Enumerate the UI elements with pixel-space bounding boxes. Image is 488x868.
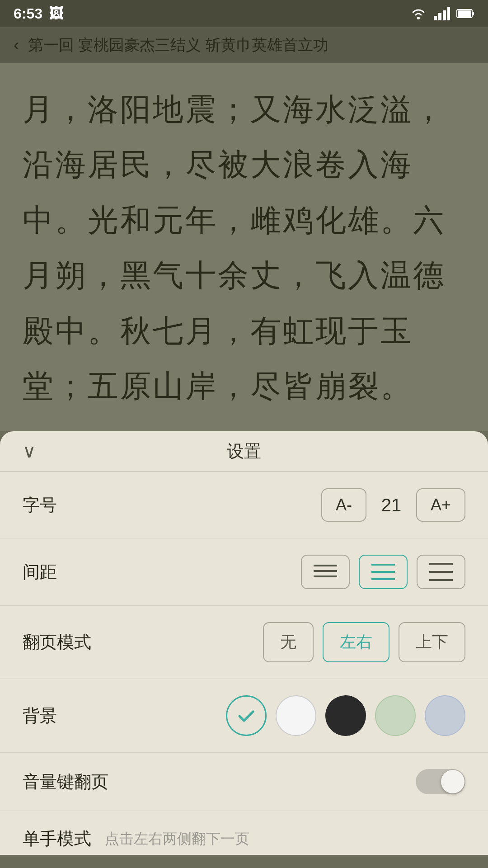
svg-rect-1 bbox=[434, 16, 437, 20]
reader-text: 月，洛阳地震；又海水泛溢，沿海居民，尽被大浪卷入海中。光和元年，雌鸡化雄。六月朔… bbox=[23, 81, 465, 413]
page-mode-none-button[interactable]: 无 bbox=[263, 622, 314, 662]
page-mode-ud-button[interactable]: 上下 bbox=[399, 622, 465, 662]
spacing-medium-button[interactable] bbox=[359, 555, 408, 589]
font-decrease-button[interactable]: A- bbox=[321, 488, 366, 522]
font-size-label: 字号 bbox=[23, 494, 57, 517]
svg-rect-7 bbox=[458, 10, 471, 17]
status-bar: 6:53 🖼 bbox=[0, 0, 488, 27]
spacing-loose-button[interactable] bbox=[417, 555, 465, 589]
svg-rect-3 bbox=[443, 10, 446, 20]
single-hand-label: 单手模式 bbox=[23, 827, 91, 850]
status-right bbox=[409, 7, 474, 20]
font-increase-button[interactable]: A+ bbox=[416, 488, 465, 522]
volume-key-label: 音量键翻页 bbox=[23, 770, 108, 793]
font-size-row: 字号 A- 21 A+ bbox=[0, 472, 488, 538]
page-mode-row: 翻页模式 无 左右 上下 bbox=[0, 606, 488, 679]
spacing-controls bbox=[301, 555, 465, 589]
font-size-value: 21 bbox=[375, 495, 407, 515]
signal-icon bbox=[434, 7, 450, 20]
volume-key-row: 音量键翻页 bbox=[0, 753, 488, 811]
wifi-icon bbox=[409, 7, 427, 20]
bg-black-button[interactable] bbox=[325, 695, 366, 736]
battery-icon bbox=[456, 8, 474, 19]
page-mode-label: 翻页模式 bbox=[23, 631, 91, 654]
volume-key-toggle[interactable] bbox=[416, 769, 465, 794]
status-left: 6:53 🖼 bbox=[14, 5, 63, 22]
back-button[interactable]: ‹ bbox=[14, 36, 19, 55]
spacing-row: 间距 bbox=[0, 538, 488, 606]
toggle-knob bbox=[441, 770, 465, 793]
settings-title: 设置 bbox=[227, 440, 261, 463]
bg-blue-button[interactable] bbox=[425, 695, 465, 736]
single-hand-row: 单手模式 点击左右两侧翻下一页 bbox=[0, 811, 488, 855]
svg-rect-4 bbox=[447, 7, 450, 20]
font-size-controls: A- 21 A+ bbox=[321, 488, 465, 522]
bg-green-button[interactable] bbox=[375, 695, 416, 736]
chapter-title: 第一回 宴桃园豪杰三结义 斩黄巾英雄首立功 bbox=[28, 35, 328, 56]
page-mode-lr-button[interactable]: 左右 bbox=[323, 622, 389, 662]
svg-rect-6 bbox=[472, 12, 474, 15]
reader-content[interactable]: 月，洛阳地震；又海水泛溢，沿海居民，尽被大浪卷入海中。光和元年，雌鸡化雄。六月朔… bbox=[0, 63, 488, 431]
single-hand-hint: 点击左右两侧翻下一页 bbox=[105, 829, 249, 849]
background-row: 背景 bbox=[0, 679, 488, 753]
nav-bar: ‹ 第一回 宴桃园豪杰三结义 斩黄巾英雄首立功 bbox=[0, 27, 488, 63]
background-label: 背景 bbox=[23, 704, 57, 727]
settings-close-chevron[interactable]: ∨ bbox=[23, 441, 36, 462]
bg-white-button[interactable] bbox=[276, 695, 316, 736]
page-mode-controls: 无 左右 上下 bbox=[263, 622, 465, 662]
svg-rect-2 bbox=[438, 13, 441, 20]
spacing-compact-button[interactable] bbox=[301, 555, 350, 589]
settings-panel: ∨ 设置 字号 A- 21 A+ 间距 bbox=[0, 431, 488, 855]
svg-point-0 bbox=[417, 17, 420, 19]
background-controls bbox=[226, 695, 465, 736]
image-icon: 🖼 bbox=[49, 5, 63, 22]
spacing-label: 间距 bbox=[23, 561, 57, 584]
settings-header: ∨ 设置 bbox=[0, 431, 488, 472]
bg-warm-button[interactable] bbox=[226, 695, 267, 736]
status-time: 6:53 bbox=[14, 5, 42, 22]
